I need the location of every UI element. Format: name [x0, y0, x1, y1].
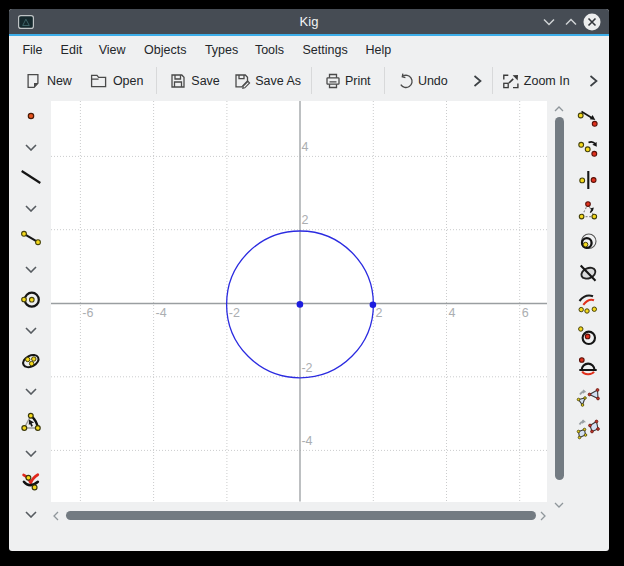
svg-text:-2: -2 — [228, 306, 239, 320]
svg-text:-6: -6 — [82, 306, 93, 320]
svg-text:4: 4 — [448, 306, 455, 320]
svg-text:4: 4 — [301, 140, 308, 154]
svg-text:2: 2 — [375, 306, 382, 320]
svg-text:6: 6 — [521, 306, 528, 320]
svg-text:-2: -2 — [301, 361, 312, 375]
svg-text:-4: -4 — [301, 434, 312, 448]
svg-text:2: 2 — [301, 213, 308, 227]
svg-text:-4: -4 — [155, 306, 166, 320]
